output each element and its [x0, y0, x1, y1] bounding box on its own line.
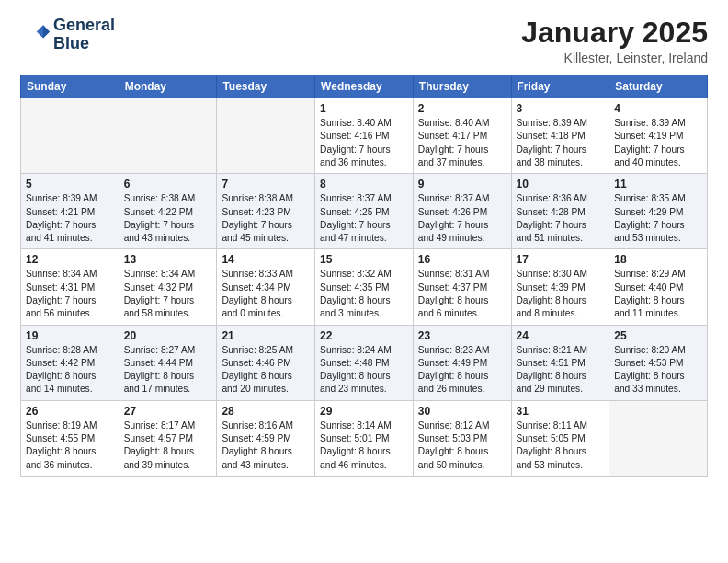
calendar-cell: 3Sunrise: 8:39 AM Sunset: 4:18 PM Daylig…	[511, 98, 609, 174]
calendar-week-1: 1Sunrise: 8:40 AM Sunset: 4:16 PM Daylig…	[21, 98, 708, 174]
calendar-cell: 27Sunrise: 8:17 AM Sunset: 4:57 PM Dayli…	[119, 400, 217, 476]
calendar-cell: 26Sunrise: 8:19 AM Sunset: 4:55 PM Dayli…	[21, 400, 119, 476]
calendar-cell: 2Sunrise: 8:40 AM Sunset: 4:17 PM Daylig…	[413, 98, 511, 174]
logo-icon	[20, 20, 50, 50]
calendar-cell: 24Sunrise: 8:21 AM Sunset: 4:51 PM Dayli…	[511, 325, 609, 400]
day-info: Sunrise: 8:25 AM Sunset: 4:46 PM Dayligh…	[222, 344, 310, 396]
day-number: 1	[320, 102, 408, 115]
day-number: 4	[614, 102, 702, 115]
day-number: 26	[26, 405, 114, 418]
calendar-cell: 14Sunrise: 8:33 AM Sunset: 4:34 PM Dayli…	[217, 249, 315, 325]
day-number: 17	[517, 253, 605, 266]
calendar-table: SundayMondayTuesdayWednesdayThursdayFrid…	[20, 75, 708, 477]
col-header-saturday: Saturday	[609, 75, 708, 98]
logo-text: General Blue	[53, 17, 115, 53]
day-info: Sunrise: 8:35 AM Sunset: 4:29 PM Dayligh…	[614, 192, 702, 245]
day-number: 7	[222, 178, 310, 190]
day-number: 10	[517, 178, 605, 190]
calendar-header-row: SundayMondayTuesdayWednesdayThursdayFrid…	[21, 75, 708, 98]
calendar-cell: 16Sunrise: 8:31 AM Sunset: 4:37 PM Dayli…	[413, 249, 511, 325]
day-info: Sunrise: 8:27 AM Sunset: 4:44 PM Dayligh…	[124, 344, 212, 396]
calendar-cell	[217, 98, 315, 174]
day-number: 27	[124, 405, 212, 418]
day-number: 31	[517, 405, 605, 418]
day-info: Sunrise: 8:39 AM Sunset: 4:19 PM Dayligh…	[614, 117, 702, 169]
month-title: January 2025	[521, 17, 708, 49]
day-number: 28	[222, 405, 310, 418]
day-number: 12	[26, 253, 114, 266]
calendar-cell	[21, 98, 119, 174]
day-number: 16	[418, 253, 506, 266]
calendar-cell: 8Sunrise: 8:37 AM Sunset: 4:25 PM Daylig…	[315, 174, 414, 249]
calendar-cell: 15Sunrise: 8:32 AM Sunset: 4:35 PM Dayli…	[315, 249, 414, 325]
day-info: Sunrise: 8:34 AM Sunset: 4:31 PM Dayligh…	[26, 268, 114, 320]
day-number: 19	[26, 329, 114, 342]
day-number: 25	[614, 329, 702, 342]
calendar-cell: 11Sunrise: 8:35 AM Sunset: 4:29 PM Dayli…	[609, 174, 708, 249]
calendar-cell: 13Sunrise: 8:34 AM Sunset: 4:32 PM Dayli…	[119, 249, 217, 325]
col-header-friday: Friday	[511, 75, 609, 98]
day-info: Sunrise: 8:37 AM Sunset: 4:26 PM Dayligh…	[418, 192, 506, 245]
calendar-week-2: 5Sunrise: 8:39 AM Sunset: 4:21 PM Daylig…	[21, 174, 708, 249]
day-info: Sunrise: 8:31 AM Sunset: 4:37 PM Dayligh…	[418, 268, 506, 320]
day-info: Sunrise: 8:33 AM Sunset: 4:34 PM Dayligh…	[222, 268, 310, 320]
calendar-cell: 7Sunrise: 8:38 AM Sunset: 4:23 PM Daylig…	[217, 174, 315, 249]
calendar-cell	[609, 400, 708, 476]
day-number: 30	[418, 405, 506, 418]
calendar-cell	[119, 98, 217, 174]
day-number: 24	[517, 329, 605, 342]
calendar-cell: 1Sunrise: 8:40 AM Sunset: 4:16 PM Daylig…	[315, 98, 414, 174]
day-number: 29	[320, 405, 408, 418]
day-info: Sunrise: 8:40 AM Sunset: 4:16 PM Dayligh…	[320, 117, 408, 169]
page: General Blue January 2025 Killester, Lei…	[0, 0, 728, 563]
calendar-cell: 9Sunrise: 8:37 AM Sunset: 4:26 PM Daylig…	[413, 174, 511, 249]
day-info: Sunrise: 8:40 AM Sunset: 4:17 PM Dayligh…	[418, 117, 506, 169]
calendar-cell: 12Sunrise: 8:34 AM Sunset: 4:31 PM Dayli…	[21, 249, 119, 325]
day-info: Sunrise: 8:28 AM Sunset: 4:42 PM Dayligh…	[26, 344, 114, 396]
calendar-week-5: 26Sunrise: 8:19 AM Sunset: 4:55 PM Dayli…	[21, 400, 708, 476]
day-number: 18	[614, 253, 702, 266]
day-info: Sunrise: 8:30 AM Sunset: 4:39 PM Dayligh…	[517, 268, 605, 320]
day-number: 8	[320, 178, 408, 190]
calendar-week-4: 19Sunrise: 8:28 AM Sunset: 4:42 PM Dayli…	[21, 325, 708, 400]
day-number: 9	[418, 178, 506, 190]
calendar-cell: 25Sunrise: 8:20 AM Sunset: 4:53 PM Dayli…	[609, 325, 708, 400]
calendar-cell: 20Sunrise: 8:27 AM Sunset: 4:44 PM Dayli…	[119, 325, 217, 400]
day-info: Sunrise: 8:34 AM Sunset: 4:32 PM Dayligh…	[124, 268, 212, 320]
day-info: Sunrise: 8:29 AM Sunset: 4:40 PM Dayligh…	[614, 268, 702, 320]
calendar-cell: 4Sunrise: 8:39 AM Sunset: 4:19 PM Daylig…	[609, 98, 708, 174]
day-number: 3	[517, 102, 605, 115]
location: Killester, Leinster, Ireland	[521, 51, 708, 65]
day-info: Sunrise: 8:38 AM Sunset: 4:23 PM Dayligh…	[222, 192, 310, 245]
day-info: Sunrise: 8:19 AM Sunset: 4:55 PM Dayligh…	[26, 419, 114, 472]
col-header-wednesday: Wednesday	[315, 75, 414, 98]
day-number: 22	[320, 329, 408, 342]
day-info: Sunrise: 8:17 AM Sunset: 4:57 PM Dayligh…	[124, 419, 212, 472]
calendar-cell: 30Sunrise: 8:12 AM Sunset: 5:03 PM Dayli…	[413, 400, 511, 476]
day-info: Sunrise: 8:14 AM Sunset: 5:01 PM Dayligh…	[320, 419, 408, 472]
day-number: 11	[614, 178, 702, 190]
day-info: Sunrise: 8:23 AM Sunset: 4:49 PM Dayligh…	[418, 344, 506, 396]
calendar-cell: 21Sunrise: 8:25 AM Sunset: 4:46 PM Dayli…	[217, 325, 315, 400]
calendar-cell: 31Sunrise: 8:11 AM Sunset: 5:05 PM Dayli…	[511, 400, 609, 476]
day-number: 14	[222, 253, 310, 266]
calendar-week-3: 12Sunrise: 8:34 AM Sunset: 4:31 PM Dayli…	[21, 249, 708, 325]
day-info: Sunrise: 8:39 AM Sunset: 4:21 PM Dayligh…	[26, 192, 114, 245]
day-info: Sunrise: 8:37 AM Sunset: 4:25 PM Dayligh…	[320, 192, 408, 245]
calendar-cell: 29Sunrise: 8:14 AM Sunset: 5:01 PM Dayli…	[315, 400, 414, 476]
day-number: 5	[26, 178, 114, 190]
day-number: 6	[124, 178, 212, 190]
day-number: 2	[418, 102, 506, 115]
col-header-thursday: Thursday	[413, 75, 511, 98]
day-number: 21	[222, 329, 310, 342]
col-header-monday: Monday	[119, 75, 217, 98]
day-info: Sunrise: 8:20 AM Sunset: 4:53 PM Dayligh…	[614, 344, 702, 396]
col-header-tuesday: Tuesday	[217, 75, 315, 98]
calendar-cell: 28Sunrise: 8:16 AM Sunset: 4:59 PM Dayli…	[217, 400, 315, 476]
day-info: Sunrise: 8:16 AM Sunset: 4:59 PM Dayligh…	[222, 419, 310, 472]
calendar-cell: 5Sunrise: 8:39 AM Sunset: 4:21 PM Daylig…	[21, 174, 119, 249]
calendar-cell: 18Sunrise: 8:29 AM Sunset: 4:40 PM Dayli…	[609, 249, 708, 325]
day-info: Sunrise: 8:11 AM Sunset: 5:05 PM Dayligh…	[517, 419, 605, 472]
calendar-cell: 10Sunrise: 8:36 AM Sunset: 4:28 PM Dayli…	[511, 174, 609, 249]
day-number: 23	[418, 329, 506, 342]
